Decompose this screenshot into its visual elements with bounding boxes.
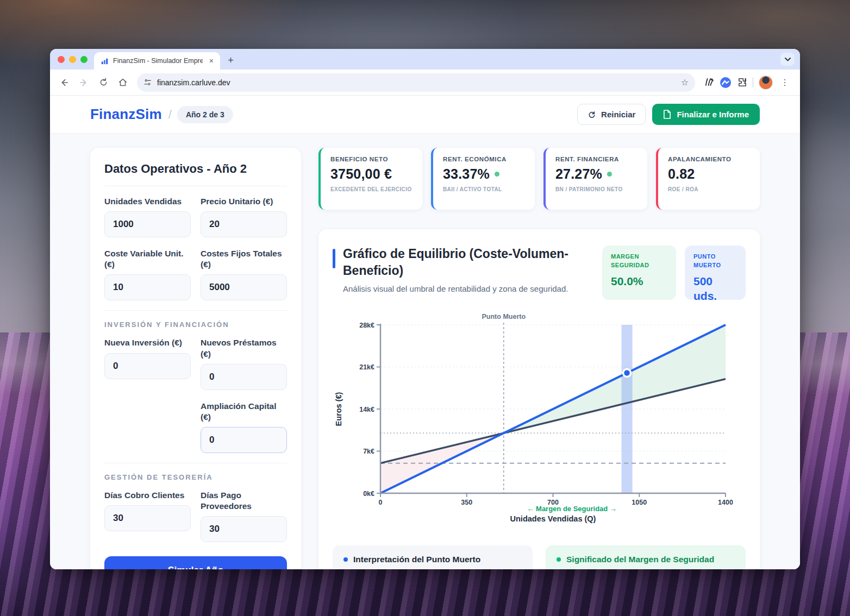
coste-variable-input[interactable] bbox=[104, 274, 191, 300]
svg-text:Euros (€): Euros (€) bbox=[334, 392, 343, 426]
status-dot-icon bbox=[495, 172, 499, 177]
badge-value: 500 uds. bbox=[693, 274, 728, 304]
breadcrumb-separator: / bbox=[168, 108, 172, 122]
svg-text:0k€: 0k€ bbox=[363, 490, 374, 498]
macos-traffic-lights bbox=[50, 49, 94, 70]
dias-pago-input[interactable] bbox=[201, 516, 287, 542]
status-dot-icon bbox=[607, 172, 612, 177]
svg-text:14k€: 14k€ bbox=[359, 406, 374, 413]
grid-spacer bbox=[104, 401, 191, 453]
dias-cobro-label: Días Cobro Clientes bbox=[104, 490, 191, 501]
panel-title: Datos Operativos - Año 2 bbox=[104, 162, 287, 176]
stat-card-rent-economica: RENT. ECONÓMICA 33.37% BAII / ACTIVO TOT… bbox=[431, 148, 535, 210]
extension-icon[interactable] bbox=[704, 77, 714, 87]
costes-fijos-input[interactable] bbox=[201, 274, 287, 300]
browser-window: FinanzSim - Simulador Empre × + bbox=[50, 49, 800, 569]
simular-ano-button[interactable]: Simular Año bbox=[104, 556, 287, 569]
tab-title: FinanzSim - Simulador Empre bbox=[113, 57, 203, 65]
stat-label: BENEFICIO NETO bbox=[330, 156, 412, 162]
browser-tab[interactable]: FinanzSim - Simulador Empre × bbox=[94, 52, 220, 70]
tab-strip: FinanzSim - Simulador Empre × + bbox=[50, 49, 800, 70]
bookmark-star-icon[interactable]: ☆ bbox=[681, 77, 689, 87]
stat-label: RENT. ECONÓMICA bbox=[443, 156, 525, 162]
datos-operativos-panel: Datos Operativos - Año 2 Unidades Vendid… bbox=[90, 148, 301, 569]
browser-menu-button[interactable]: ⋮ bbox=[778, 77, 791, 87]
section-inversion-heading: INVERSIÓN Y FINANCIACIÓN bbox=[104, 320, 287, 329]
minimize-window-button[interactable] bbox=[69, 56, 76, 63]
stat-value: 33.37% bbox=[443, 166, 490, 182]
forward-button[interactable] bbox=[75, 74, 92, 91]
address-bar[interactable]: finanzsim.carluve.dev ☆ bbox=[137, 73, 695, 92]
toolbar-divider bbox=[753, 78, 753, 87]
dias-pago-label: Días Pago Proveedores bbox=[201, 490, 287, 512]
close-tab-icon[interactable]: × bbox=[207, 56, 216, 65]
profile-avatar[interactable] bbox=[759, 76, 773, 90]
browser-toolbar: finanzsim.carluve.dev ☆ ⋮ bbox=[50, 70, 800, 96]
finalizar-label: Finalizar e Informe bbox=[677, 110, 749, 119]
interpretacion-punto-muerto-card: Interpretación del Punto Muerto bbox=[333, 545, 533, 569]
new-tab-button[interactable]: + bbox=[220, 54, 241, 70]
chart-area: 0k€7k€14k€21k€28k€035070010501400Punto M… bbox=[333, 310, 746, 531]
divider bbox=[104, 310, 287, 311]
bullet-dot-icon bbox=[557, 557, 561, 562]
foot-title-text: Significado del Margen de Seguridad bbox=[566, 555, 714, 564]
divider bbox=[104, 463, 287, 463]
stat-value: 3750,00 € bbox=[330, 166, 392, 182]
svg-text:350: 350 bbox=[461, 499, 472, 506]
section-tesoreria-heading: GESTIÓN DE TESORERÍA bbox=[104, 473, 287, 481]
back-button[interactable] bbox=[55, 74, 73, 91]
stat-card-apalancamiento: APALANCAMIENTO 0.82 ROE / ROA bbox=[656, 148, 760, 210]
bullet-dot-icon bbox=[343, 557, 348, 562]
nueva-inversion-input[interactable] bbox=[104, 353, 191, 379]
unidades-vendidas-label: Unidades Vendidas bbox=[104, 196, 191, 207]
chevron-down-icon bbox=[785, 58, 791, 61]
url-text[interactable]: finanzsim.carluve.dev bbox=[157, 78, 676, 87]
stat-sublabel: BAII / ACTIVO TOTAL bbox=[443, 186, 525, 192]
badge-label: PUNTO MUERTO bbox=[693, 253, 737, 270]
reiniciar-button[interactable]: Reiniciar bbox=[577, 104, 646, 125]
app-logo[interactable]: FinanzSim bbox=[90, 106, 162, 123]
nuevos-prestamos-input[interactable] bbox=[201, 364, 287, 390]
year-badge: Año 2 de 3 bbox=[177, 106, 233, 123]
break-even-chart-card: Gráfico de Equilibrio (Coste-Volumen-Ben… bbox=[318, 229, 760, 569]
dias-cobro-input[interactable] bbox=[104, 505, 191, 531]
chart-title: Gráfico de Equilibrio (Coste-Volumen-Ben… bbox=[343, 246, 591, 279]
costes-fijos-label: Costes Fijos Totales (€) bbox=[201, 248, 287, 270]
unidades-vendidas-input[interactable] bbox=[104, 211, 191, 237]
svg-text:7k€: 7k€ bbox=[363, 448, 374, 455]
stat-value: 27.27% bbox=[555, 166, 602, 182]
tab-search-button[interactable] bbox=[780, 53, 795, 66]
divider bbox=[104, 186, 287, 186]
chart-subtitle: Análisis visual del umbral de rentabilid… bbox=[343, 284, 591, 293]
site-settings-icon[interactable] bbox=[143, 78, 152, 86]
extensions-puzzle-icon[interactable] bbox=[737, 77, 747, 87]
svg-text:1050: 1050 bbox=[632, 499, 647, 506]
svg-text:28k€: 28k€ bbox=[359, 322, 374, 329]
stat-sublabel: EXCEDENTE DEL EJERCICIO bbox=[330, 186, 412, 192]
refresh-icon bbox=[588, 110, 596, 119]
reiniciar-label: Reiniciar bbox=[601, 110, 635, 119]
svg-text:← Margen de Seguridad →: ← Margen de Seguridad → bbox=[527, 505, 616, 513]
coste-variable-label: Coste Variable Unit. (€) bbox=[104, 248, 191, 270]
round-extension-icon[interactable] bbox=[720, 77, 732, 89]
stat-sublabel: BN / PATRIMONIO NETO bbox=[555, 186, 638, 192]
app-header: FinanzSim / Año 2 de 3 Reiniciar Finaliz… bbox=[50, 96, 800, 134]
title-accent-bar bbox=[333, 249, 335, 268]
ampliacion-capital-input[interactable] bbox=[201, 427, 287, 453]
reload-button[interactable] bbox=[95, 74, 112, 91]
stat-value: 0.82 bbox=[668, 166, 695, 182]
document-icon bbox=[663, 110, 671, 119]
zoom-window-button[interactable] bbox=[80, 56, 88, 63]
stat-label: APALANCAMIENTO bbox=[668, 156, 750, 162]
close-window-button[interactable] bbox=[58, 56, 65, 63]
stat-sublabel: ROE / ROA bbox=[668, 186, 750, 192]
stat-label: RENT. FINANCIERA bbox=[555, 156, 638, 162]
stat-card-rent-financiera: RENT. FINANCIERA 27.27% BN / PATRIMONIO … bbox=[543, 148, 647, 210]
favicon-chart-icon bbox=[101, 57, 109, 65]
stat-card-beneficio-neto: BENEFICIO NETO 3750,00 € EXCEDENTE DEL E… bbox=[318, 148, 422, 210]
finalizar-informe-button[interactable]: Finalizar e Informe bbox=[652, 104, 760, 125]
home-button[interactable] bbox=[114, 74, 132, 91]
precio-unitario-label: Precio Unitario (€) bbox=[201, 196, 287, 207]
svg-text:Punto Muerto: Punto Muerto bbox=[482, 313, 526, 320]
precio-unitario-input[interactable] bbox=[201, 211, 287, 237]
